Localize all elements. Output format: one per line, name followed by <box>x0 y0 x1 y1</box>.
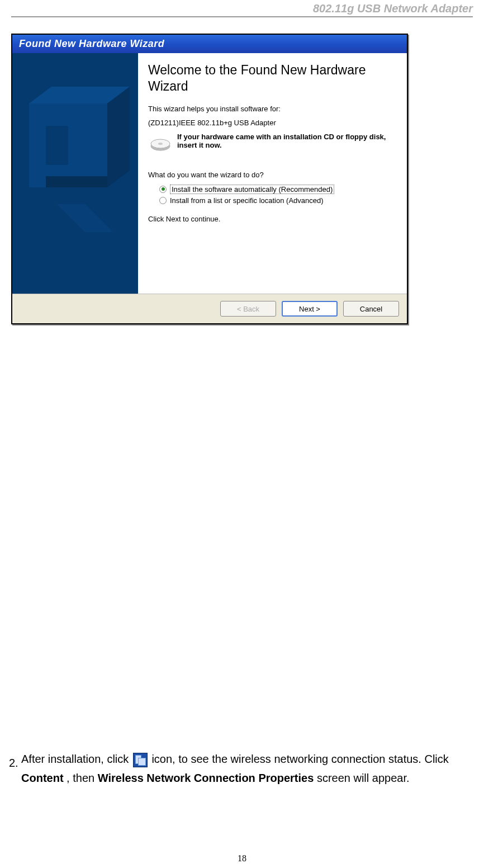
network-connection-icon <box>133 753 148 767</box>
instruction-part2: icon, to see the wireless networking con… <box>151 753 448 765</box>
side-graphic <box>12 53 138 294</box>
document-title: 802.11g USB Network Adapter <box>313 2 473 15</box>
next-button[interactable]: Next > <box>282 301 338 317</box>
back-button-label: < Back <box>237 305 259 313</box>
radio-checked-icon <box>159 186 167 193</box>
cancel-button[interactable]: Cancel <box>343 301 399 317</box>
dialog-content: Welcome to the Found New Hardware Wizard… <box>138 53 407 294</box>
instruction-step-2: 2. After installation, click icon, to se… <box>21 749 462 787</box>
svg-rect-4 <box>46 126 68 165</box>
wizard-intro: This wizard helps you install software f… <box>148 105 397 113</box>
radio-group: Install the software automatically (Reco… <box>159 185 397 205</box>
step-number: 2. <box>9 753 18 772</box>
instruction-part3: , then <box>67 772 98 784</box>
instruction-part1: After installation, click <box>21 753 132 765</box>
page-header: 802.11g USB Network Adapter <box>11 0 473 17</box>
radio-unchecked-icon <box>159 197 167 204</box>
page-number: 18 <box>0 853 484 864</box>
radio-option-auto[interactable]: Install the software automatically (Reco… <box>159 185 397 194</box>
device-name: (ZD1211)IEEE 802.11b+g USB Adapter <box>148 119 397 127</box>
svg-marker-3 <box>107 87 130 187</box>
radio-advanced-label: Install from a list or specific location… <box>170 196 324 205</box>
cd-hint-row: If your hardware came with an installati… <box>148 133 397 157</box>
cd-icon <box>148 133 173 157</box>
wizard-question: What do you want the wizard to do? <box>148 171 397 179</box>
svg-point-9 <box>158 143 163 145</box>
wizard-dialog: Found New Hardware Wizard Welcome to the… <box>11 34 408 324</box>
next-button-label: Next > <box>299 305 320 313</box>
radio-option-advanced[interactable]: Install from a list or specific location… <box>159 196 397 205</box>
wizard-side-icon <box>12 53 138 294</box>
titlebar-text: Found New Hardware Wizard <box>19 38 164 49</box>
wizard-heading: Welcome to the Found New Hardware Wizard <box>148 62 397 95</box>
instruction-bold2: Wireless Network Connection Properties <box>98 772 314 784</box>
continue-hint: Click Next to continue. <box>148 215 397 223</box>
titlebar: Found New Hardware Wizard <box>12 35 407 53</box>
svg-rect-5 <box>46 176 107 187</box>
cancel-button-label: Cancel <box>360 305 382 313</box>
cd-hint-text: If your hardware came with an installati… <box>177 133 397 149</box>
radio-auto-label: Install the software automatically (Reco… <box>170 185 334 194</box>
dialog-body: Welcome to the Found New Hardware Wizard… <box>12 53 407 294</box>
button-bar: < Back Next > Cancel <box>12 294 407 323</box>
instruction-part4: screen will appear. <box>317 772 410 784</box>
back-button[interactable]: < Back <box>220 301 276 317</box>
instruction-bold1: Content <box>21 772 64 784</box>
